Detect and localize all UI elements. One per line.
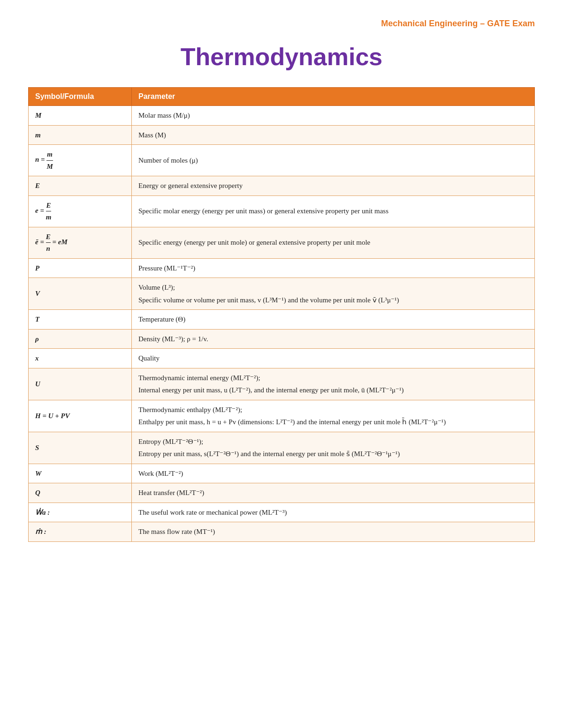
parameter-cell: Work (ML²T⁻²) — [132, 464, 535, 483]
symbol-cell: ē = En = eM — [29, 227, 132, 258]
parameter-cell: Thermodynamic internal energy (ML²T⁻²);I… — [132, 368, 535, 400]
symbol-cell: S — [29, 432, 132, 464]
parameter-cell: Number of moles (μ) — [132, 145, 535, 176]
symbol-cell: M — [29, 106, 132, 126]
symbol-cell: ρ — [29, 329, 132, 349]
table-row: ṁ :The mass flow rate (MT⁻¹) — [29, 522, 535, 542]
table-row: PPressure (ML⁻¹T⁻²) — [29, 258, 535, 278]
table-row: SEntropy (ML²T⁻²Θ⁻¹);Entropy per unit ma… — [29, 432, 535, 464]
thermodynamics-table: Symbol/Formula Parameter MMolar mass (M/… — [28, 87, 535, 542]
col-symbol: Symbol/Formula — [29, 88, 132, 106]
table-row: mMass (M) — [29, 125, 535, 145]
symbol-cell: ṁ : — [29, 522, 132, 542]
parameter-cell: Specific molar energy (energy per unit m… — [132, 195, 535, 227]
parameter-cell: The useful work rate or mechanical power… — [132, 503, 535, 522]
table-row: ρDensity (ML⁻³); ρ = 1/v. — [29, 329, 535, 349]
symbol-cell: U — [29, 368, 132, 400]
parameter-cell: Quality — [132, 349, 535, 368]
symbol-cell: n = mM — [29, 145, 132, 176]
parameter-cell: Density (ML⁻³); ρ = 1/v. — [132, 329, 535, 349]
parameter-cell: Temperature (Θ) — [132, 310, 535, 330]
symbol-cell: m — [29, 125, 132, 145]
parameter-cell: Entropy (ML²T⁻²Θ⁻¹);Entropy per unit mas… — [132, 432, 535, 464]
page-title: Thermodynamics — [28, 43, 535, 71]
parameter-cell: Mass (M) — [132, 125, 535, 145]
parameter-cell: Thermodynamic enthalpy (ML²T⁻²);Enthalpy… — [132, 400, 535, 432]
table-row: QHeat transfer (ML²T⁻²) — [29, 483, 535, 503]
table-row: TTemperature (Θ) — [29, 310, 535, 330]
symbol-cell: Ẇa : — [29, 503, 132, 522]
parameter-cell: Heat transfer (ML²T⁻²) — [132, 483, 535, 503]
table-row: WWork (ML²T⁻²) — [29, 464, 535, 483]
parameter-cell: Volume (L³);Specific volume or volume pe… — [132, 278, 535, 310]
parameter-cell: Molar mass (M/μ) — [132, 106, 535, 126]
table-row: xQuality — [29, 349, 535, 368]
symbol-cell: V — [29, 278, 132, 310]
parameter-cell: Energy or general extensive property — [132, 176, 535, 196]
table-row: n = mMNumber of moles (μ) — [29, 145, 535, 176]
symbol-cell: W — [29, 464, 132, 483]
symbol-cell: E — [29, 176, 132, 196]
table-row: UThermodynamic internal energy (ML²T⁻²);… — [29, 368, 535, 400]
table-row: MMolar mass (M/μ) — [29, 106, 535, 126]
table-row: VVolume (L³);Specific volume or volume p… — [29, 278, 535, 310]
symbol-cell: Q — [29, 483, 132, 503]
table-row: Ẇa :The useful work rate or mechanical p… — [29, 503, 535, 522]
table-row: H = U + PVThermodynamic enthalpy (ML²T⁻²… — [29, 400, 535, 432]
parameter-cell: Pressure (ML⁻¹T⁻²) — [132, 258, 535, 278]
parameter-cell: Specific energy (energy per unit mole) o… — [132, 227, 535, 258]
table-row: EEnergy or general extensive property — [29, 176, 535, 196]
table-row: ē = En = eMSpecific energy (energy per u… — [29, 227, 535, 258]
symbol-cell: T — [29, 310, 132, 330]
symbol-cell: x — [29, 349, 132, 368]
symbol-cell: P — [29, 258, 132, 278]
col-parameter: Parameter — [132, 88, 535, 106]
table-row: e = EmSpecific molar energy (energy per … — [29, 195, 535, 227]
header-label: Mechanical Engineering – GATE Exam — [28, 19, 535, 29]
symbol-cell: H = U + PV — [29, 400, 132, 432]
parameter-cell: The mass flow rate (MT⁻¹) — [132, 522, 535, 542]
symbol-cell: e = Em — [29, 195, 132, 227]
